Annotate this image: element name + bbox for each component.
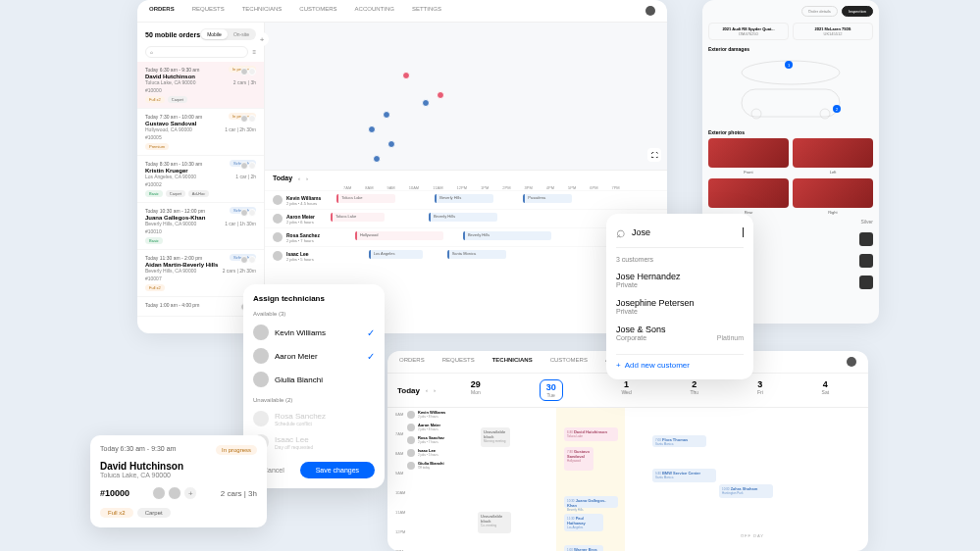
nav-technicians[interactable]: TECHNICIANS — [492, 357, 533, 367]
tech-avatar[interactable] — [407, 424, 415, 431]
photo-left[interactable] — [793, 138, 873, 168]
tab-order-details[interactable]: Order details — [801, 6, 838, 17]
timeline-bar[interactable]: Beverly Hills — [429, 213, 497, 222]
map-marker[interactable] — [387, 140, 395, 148]
car-card[interactable]: 2021 McLaren 750S UK145512 — [793, 23, 873, 40]
tech-avatar[interactable] — [407, 449, 415, 457]
add-tech-button[interactable] — [248, 68, 256, 75]
filter-icon[interactable]: ≡ — [252, 49, 256, 55]
timeline-bar[interactable]: Beverly Hills — [435, 194, 493, 203]
customer-result-row[interactable]: Jose & SonsCorporatePlatinum — [616, 320, 744, 346]
map-expand-icon[interactable]: ⛶ — [647, 148, 661, 162]
save-changes-button[interactable]: Save changes — [300, 462, 375, 478]
nav-customers[interactable]: CUSTOMERS — [299, 6, 336, 16]
toggle-mobile[interactable]: Mobile — [201, 29, 228, 39]
tech-avatar[interactable] — [152, 486, 166, 500]
car-damage-diagram[interactable]: 1 2 — [708, 55, 873, 124]
tech-avatar[interactable] — [273, 195, 283, 205]
map-marker[interactable] — [402, 72, 410, 79]
timeline-next[interactable]: › — [306, 175, 308, 181]
assign-tech-row[interactable]: Kevin Williams✓ — [253, 321, 375, 344]
nav-requests[interactable]: REQUESTS — [192, 6, 225, 16]
car-card[interactable]: 2021 Audi R8 Spyder Quat... DM476250 — [708, 23, 789, 40]
add-new-customer-button[interactable]: + Add new customer — [616, 354, 744, 370]
assign-tech-row[interactable]: Giulia Bianchi — [253, 368, 375, 391]
timeline-bar[interactable]: Santa Monica — [447, 250, 506, 259]
nav-accounting[interactable]: ACCOUNTING — [355, 6, 394, 16]
order-card[interactable]: Scheduled Today 10:30 am - 12:00 pm Juan… — [137, 203, 264, 250]
calendar-event[interactable]: 10:30 Juana Gallegos-KhanBeverly Hills — [564, 496, 618, 508]
nav-requests[interactable]: REQUESTS — [442, 357, 475, 367]
nav-settings[interactable]: SETTINGS — [412, 6, 441, 16]
nav-customers[interactable]: CUSTOMERS — [550, 357, 588, 367]
calendar-event[interactable]: Unavailable blockCo. meeting — [478, 512, 511, 533]
customer-result-row[interactable]: Jose HernandezPrivate — [616, 267, 744, 293]
nav-orders[interactable]: ORDERS — [149, 6, 175, 16]
calendar-day[interactable]: 1Wed — [621, 379, 631, 401]
map-marker[interactable] — [422, 99, 430, 107]
tech-avatar[interactable] — [240, 115, 248, 123]
map-add-button[interactable]: + — [255, 32, 269, 46]
order-card[interactable]: In progress Today 6:30 am - 9:30 am Davi… — [137, 62, 264, 109]
photo-front[interactable] — [708, 138, 789, 168]
calendar-event[interactable]: 11:30 Paul HathawayLos Angeles — [564, 514, 603, 531]
detail-thumb[interactable] — [859, 276, 873, 289]
add-tech-button[interactable] — [248, 115, 256, 123]
detail-thumb[interactable] — [859, 232, 873, 246]
calendar-event[interactable]: 7:30 Gustavo SandovalHollywood — [564, 447, 593, 471]
map-marker[interactable] — [383, 111, 390, 119]
order-card[interactable]: In progress Today 7:30 am - 10:00 am Gus… — [137, 109, 264, 156]
tech-avatar[interactable] — [273, 232, 283, 242]
add-tech-button[interactable] — [248, 162, 256, 170]
orders-type-toggle[interactable]: Mobile On-site — [200, 28, 256, 40]
timeline-bar[interactable]: Toluca Lake — [336, 194, 395, 203]
calendar-day[interactable]: 29Mon — [471, 379, 481, 401]
tech-avatar[interactable] — [407, 462, 415, 470]
add-tech-button[interactable]: + — [183, 486, 197, 500]
calendar-day[interactable]: 2Thu — [690, 379, 698, 401]
calendar-day[interactable]: 30Tue — [540, 379, 563, 401]
orders-search-input[interactable] — [145, 46, 248, 58]
order-card[interactable]: Scheduled Today 8:30 am - 10:30 am Krist… — [137, 156, 264, 203]
tech-avatar[interactable] — [240, 162, 248, 170]
detail-thumb[interactable] — [859, 254, 873, 268]
tech-avatar[interactable] — [240, 256, 248, 264]
timeline-bar[interactable]: Toluca Lake — [331, 213, 385, 222]
user-avatar[interactable] — [645, 6, 655, 16]
map-marker[interactable] — [437, 91, 444, 99]
assign-tech-row[interactable]: Aaron Meier✓ — [253, 344, 375, 368]
calendar-event[interactable]: 7:00 Flora ThomasSanta Monica — [652, 435, 706, 447]
timeline-bar[interactable]: Hollywood — [355, 231, 443, 240]
tech-avatar[interactable] — [240, 209, 248, 217]
tech-avatar[interactable] — [273, 214, 283, 224]
calendar-event[interactable]: 10:00 Zahra ShahamHuntington Park — [719, 484, 773, 498]
tech-avatar[interactable] — [273, 251, 283, 261]
nav-technicians[interactable]: TECHNICIANS — [242, 6, 283, 16]
add-tech-button[interactable] — [248, 256, 256, 264]
calendar-grid[interactable]: 6AM7AM8AM9AM10AM11AM12PM1PM Kevin Willia… — [387, 407, 868, 551]
calendar-event[interactable]: 1:00 Warner Bros StudioBurbank — [564, 545, 603, 551]
tech-avatar[interactable] — [168, 486, 181, 500]
customer-result-row[interactable]: Josephine PetersenPrivate — [616, 293, 744, 320]
nav-orders[interactable]: ORDERS — [399, 357, 425, 367]
user-avatar[interactable] — [847, 357, 856, 367]
calendar-event[interactable]: Unavailable blockMorning meeting — [481, 427, 510, 447]
calendar-event[interactable]: 9:30 BMW Service CenterSanta Monica — [652, 469, 716, 482]
tech-avatar[interactable] — [407, 411, 415, 419]
timeline-bar[interactable]: Pasadena — [523, 194, 572, 203]
calendar-event[interactable]: 6:30 David HutchinsonToluca Lake — [564, 427, 618, 441]
tech-avatar[interactable] — [240, 68, 248, 75]
map-marker[interactable] — [373, 155, 381, 163]
timeline-bar[interactable]: Los Angeles — [369, 250, 423, 259]
timeline-bar[interactable]: Beverly Hills — [463, 231, 551, 240]
calendar-next[interactable]: › — [434, 387, 436, 393]
toggle-onsite[interactable]: On-site — [228, 29, 255, 39]
calendar-day[interactable]: 4Sat — [822, 379, 830, 401]
timeline-prev[interactable]: ‹ — [298, 175, 300, 181]
tech-avatar[interactable] — [407, 436, 415, 444]
calendar-day[interactable]: 3Fri — [757, 379, 763, 401]
photo-right[interactable] — [793, 178, 873, 208]
calendar-prev[interactable]: ‹ — [426, 387, 428, 393]
photo-rear[interactable] — [708, 178, 789, 208]
add-tech-button[interactable] — [248, 209, 256, 217]
